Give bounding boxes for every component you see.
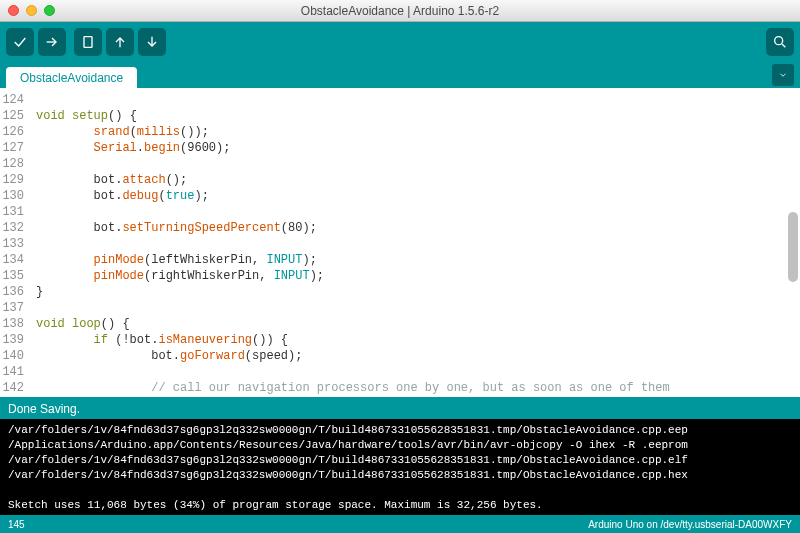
line-number: 137 xyxy=(2,300,24,316)
toolbar xyxy=(0,22,800,62)
svg-rect-1 xyxy=(84,37,92,48)
line-number: 141 xyxy=(2,364,24,380)
svg-line-5 xyxy=(782,44,785,47)
save-button[interactable] xyxy=(138,28,166,56)
code-line[interactable]: srand(millis()); xyxy=(36,124,794,140)
chevron-down-icon xyxy=(778,70,788,80)
code-line[interactable]: void loop() { xyxy=(36,316,794,332)
svg-point-4 xyxy=(775,37,783,45)
line-number: 132 xyxy=(2,220,24,236)
check-icon xyxy=(12,34,28,50)
new-button[interactable] xyxy=(74,28,102,56)
tab-menu-button[interactable] xyxy=(772,64,794,86)
arrow-up-icon xyxy=(112,34,128,50)
tab-sketch[interactable]: ObstacleAvoidance xyxy=(6,67,137,88)
code-area[interactable]: void setup() { srand(millis()); Serial.b… xyxy=(30,88,800,397)
tab-label: ObstacleAvoidance xyxy=(20,71,123,85)
code-line[interactable]: bot.goForward(speed); xyxy=(36,348,794,364)
code-line[interactable]: pinMode(leftWhiskerPin, INPUT); xyxy=(36,252,794,268)
serial-monitor-button[interactable] xyxy=(766,28,794,56)
file-icon xyxy=(80,34,96,50)
line-number: 130 xyxy=(2,188,24,204)
line-number: 142 xyxy=(2,380,24,396)
board-port-label: Arduino Uno on /dev/tty.usbserial-DA00WX… xyxy=(588,519,792,530)
code-line[interactable]: // call our navigation processors one by… xyxy=(36,380,794,396)
console-output[interactable]: /var/folders/1v/84fnd63d37sg6gp3l2q332sw… xyxy=(0,419,800,515)
footer-bar: 145 Arduino Uno on /dev/tty.usbserial-DA… xyxy=(0,515,800,533)
line-gutter: 1241251261271281291301311321331341351361… xyxy=(0,88,30,397)
arrow-down-icon xyxy=(144,34,160,50)
code-line[interactable] xyxy=(36,204,794,220)
status-message: Done Saving. xyxy=(0,399,800,419)
code-line[interactable]: bot.debug(true); xyxy=(36,188,794,204)
code-line[interactable] xyxy=(36,92,794,108)
open-button[interactable] xyxy=(106,28,134,56)
line-number: 136 xyxy=(2,284,24,300)
line-number-indicator: 145 xyxy=(8,519,25,530)
code-editor[interactable]: 1241251261271281291301311321331341351361… xyxy=(0,88,800,399)
line-number: 138 xyxy=(2,316,24,332)
arrow-right-icon xyxy=(44,34,60,50)
line-number: 135 xyxy=(2,268,24,284)
line-number: 143 xyxy=(2,396,24,399)
line-number: 133 xyxy=(2,236,24,252)
line-number: 126 xyxy=(2,124,24,140)
line-number: 134 xyxy=(2,252,24,268)
line-number: 139 xyxy=(2,332,24,348)
code-line[interactable] xyxy=(36,364,794,380)
code-line[interactable]: } xyxy=(36,284,794,300)
window-title: ObstacleAvoidance | Arduino 1.5.6-r2 xyxy=(0,4,800,18)
code-line[interactable]: void setup() { xyxy=(36,108,794,124)
search-icon xyxy=(772,34,788,50)
line-number: 125 xyxy=(2,108,24,124)
line-number: 124 xyxy=(2,92,24,108)
editor-scrollbar[interactable] xyxy=(788,92,798,393)
tab-strip: ObstacleAvoidance xyxy=(0,62,800,88)
line-number: 140 xyxy=(2,348,24,364)
verify-button[interactable] xyxy=(6,28,34,56)
code-line[interactable] xyxy=(36,300,794,316)
scrollbar-thumb[interactable] xyxy=(788,212,798,282)
code-line[interactable]: bot.attach(); xyxy=(36,172,794,188)
line-number: 127 xyxy=(2,140,24,156)
code-line[interactable] xyxy=(36,156,794,172)
code-line[interactable]: Serial.begin(9600); xyxy=(36,140,794,156)
code-line[interactable]: bot.setTurningSpeedPercent(80); xyxy=(36,220,794,236)
window-titlebar: ObstacleAvoidance | Arduino 1.5.6-r2 xyxy=(0,0,800,22)
line-number: 129 xyxy=(2,172,24,188)
line-number: 128 xyxy=(2,156,24,172)
line-number: 131 xyxy=(2,204,24,220)
code-line[interactable]: // starts maneuvering we skip the rest. … xyxy=(36,396,794,397)
code-line[interactable] xyxy=(36,236,794,252)
upload-button[interactable] xyxy=(38,28,66,56)
code-line[interactable]: pinMode(rightWhiskerPin, INPUT); xyxy=(36,268,794,284)
code-line[interactable]: if (!bot.isManeuvering()) { xyxy=(36,332,794,348)
